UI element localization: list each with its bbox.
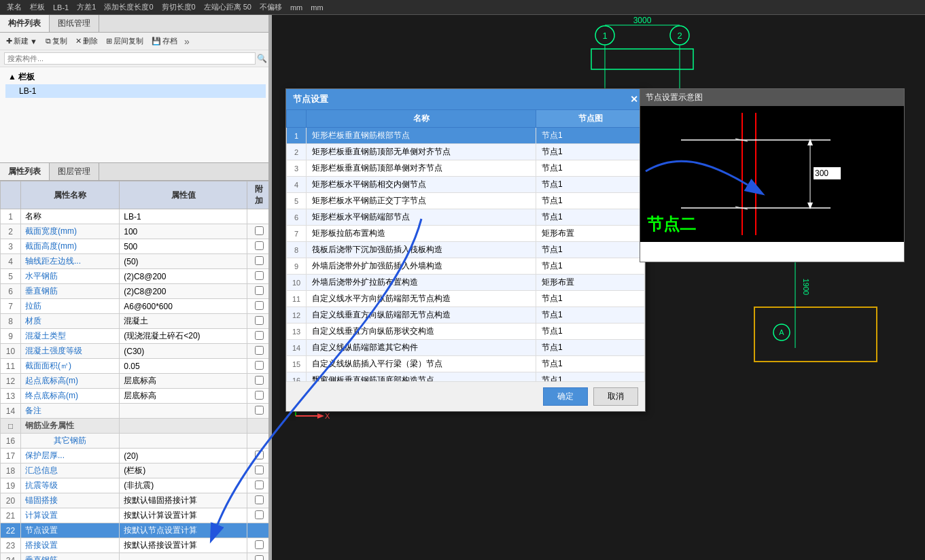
prop-row-value[interactable]: 按默认搭接设置计算 [120,538,247,553]
prop-row-checkbox[interactable] [247,478,271,493]
prop-row-name[interactable]: 垂直钢筋... [21,553,120,561]
tab-drawing-management[interactable]: 图纸管理 [50,15,99,32]
prop-row-name[interactable]: 水平钢筋 [21,269,120,284]
node-table-row[interactable]: 1矩形栏板垂直钢筋根部节点节点1 [287,128,645,144]
prop-row-name[interactable]: 材质 [21,314,120,329]
cancel-button[interactable]: 取消 [593,387,638,406]
new-button[interactable]: ✚ 新建 ▼ [3,35,41,48]
confirm-button[interactable]: 确定 [543,387,588,406]
prop-row-name[interactable]: 截面高度(mm) [21,239,120,254]
prop-row-checkbox[interactable] [247,224,271,239]
node-table-row[interactable]: 9外墙后浇带外扩加强筋插入外墙构造节点1 [287,258,645,275]
node-table-row[interactable]: 4矩形栏板水平钢筋相交内侧节点节点1 [287,177,645,193]
prop-row-name[interactable]: 汇总信息 [21,463,120,478]
prop-row-checkbox[interactable] [247,508,271,523]
prop-row-name[interactable]: 混凝土强度等级 [21,344,120,359]
prop-row-checkbox[interactable] [247,463,271,478]
prop-row-value[interactable]: (2)C8@200 [120,269,247,284]
prop-row-value[interactable]: 500 [120,239,247,254]
prop-row-checkbox[interactable] [247,523,271,538]
prop-row-value[interactable]: 0.05 [120,359,247,374]
prop-row-name[interactable]: 备注 [21,404,120,419]
copy-button[interactable]: ⧉ 复制 [42,35,71,48]
prop-row-checkbox[interactable] [247,553,271,561]
prop-row-value[interactable]: (20) [120,449,247,463]
floor-copy-button[interactable]: ⊞ 层间复制 [103,35,147,48]
prop-row-value[interactable] [120,434,247,449]
prop-row-name[interactable]: 终点底标高(m) [21,389,120,404]
prop-row-value[interactable]: (栏板) [120,463,247,478]
search-input[interactable] [4,52,256,65]
node-table-row[interactable]: 5矩形栏板水平钢筋正交丁字节点节点1 [287,193,645,209]
prop-row-name[interactable]: 抗震等级 [21,478,120,493]
more-button[interactable]: » [182,36,192,47]
node-table-row[interactable]: 15自定义线纵筋插入平行梁（梁）节点节点1 [287,356,645,372]
prop-row-name[interactable]: 轴线距左边线... [21,254,120,269]
node-table-row[interactable]: 14自定义线纵筋端部遮其它构件节点1 [287,340,645,356]
prop-row-checkbox[interactable] [247,389,271,404]
toolbar-item-type[interactable]: 栏板 [26,2,49,12]
prop-row-value[interactable] [120,553,247,561]
tree-child-lb1[interactable]: LB-1 [5,84,266,98]
prop-row-value[interactable] [120,419,247,434]
prop-row-value[interactable]: 按默认锚固搭接计算 [120,493,247,508]
toolbar-item-lb1[interactable]: LB-1 [49,3,73,12]
prop-row-name[interactable]: 垂直钢筋 [21,284,120,299]
prop-row-value[interactable]: 100 [120,224,247,239]
prop-row-checkbox[interactable] [247,404,271,419]
prop-row-value[interactable] [120,404,247,419]
prop-row-checkbox[interactable] [247,538,271,553]
prop-row-name[interactable]: 计算设置 [21,508,120,523]
prop-row-checkbox[interactable] [247,239,271,254]
dialog-close-button[interactable]: ✕ [630,94,638,105]
prop-row-name[interactable]: 拉筋 [21,299,120,314]
prop-row-name[interactable]: 混凝土类型 [21,329,120,344]
prop-row-checkbox[interactable] [247,374,271,389]
prop-row-checkbox[interactable] [247,493,271,508]
prop-row-value[interactable]: (50) [120,254,247,269]
prop-row-checkbox[interactable] [247,449,271,463]
prop-row-value[interactable]: 按默认计算设置计算 [120,508,247,523]
node-table-row[interactable]: 13自定义线垂直方向纵筋形状交构造节点1 [287,323,645,340]
prop-row-value[interactable]: (非抗震) [120,478,247,493]
prop-row-value[interactable]: 层底标高 [120,374,247,389]
tab-properties-list[interactable]: 属性列表 [0,163,50,180]
dialog-title-bar[interactable]: 节点设置 ✕ [286,89,645,109]
prop-row-name[interactable]: 保护层厚... [21,449,120,463]
panel-resize-handle[interactable] [268,15,271,560]
tab-component-list[interactable]: 构件列表 [0,15,50,32]
tab-layer-management[interactable]: 图层管理 [50,163,99,180]
node-table-row[interactable]: 12自定义线垂直方向纵筋端部无节点构造节点1 [287,307,645,323]
prop-row-value[interactable]: A6@600*600 [120,299,247,314]
prop-row-value[interactable]: (2)C8@200 [120,284,247,299]
prop-row-checkbox[interactable] [247,284,271,299]
prop-row-name[interactable]: 锚固搭接 [21,493,120,508]
toolbar-item-name[interactable]: 某名 [3,2,26,12]
prop-row-name[interactable]: 截面宽度(mm) [21,224,120,239]
node-table-row[interactable]: 11自定义线水平方向纵筋端部无节点构造节点1 [287,291,645,307]
toolbar-item-diff[interactable]: 方差1 [73,2,100,12]
prop-row-checkbox[interactable] [247,299,271,314]
node-table-row[interactable]: 8筏板后浇带下沉加强筋插入筏板构造节点1 [287,242,645,258]
prop-row-name[interactable]: 截面面积(㎡) [21,359,120,374]
save-button[interactable]: 💾 存档 [148,35,181,48]
node-table-row[interactable]: 2矩形栏板垂直钢筋顶部无单侧对齐节点节点1 [287,144,645,160]
tree-parent-lanban[interactable]: ▲ 栏板 [5,70,266,84]
prop-row-value[interactable]: 层底标高 [120,389,247,404]
prop-row-name[interactable]: 节点设置 [21,523,120,538]
node-table-row[interactable]: 16飘窗侧板垂直钢筋顶底部构造节点节点1 [287,372,645,382]
prop-row-value[interactable]: LB-1 [120,209,247,224]
prop-row-value[interactable]: 按默认节点设置计算 [120,523,247,538]
search-icon[interactable]: 🔍 [257,54,267,63]
prop-row-checkbox[interactable] [247,329,271,344]
node-table-row[interactable]: 6矩形栏板水平钢筋端部节点节点1 [287,209,645,226]
node-table-row[interactable]: 3矩形栏板垂直钢筋顶部单侧对齐节点节点1 [287,160,645,177]
prop-row-value[interactable]: (C30) [120,344,247,359]
delete-button[interactable]: ✕ 删除 [72,35,101,48]
prop-row-checkbox[interactable] [247,254,271,269]
node-table-row[interactable]: 10外墙后浇带外扩拉筋布置构造矩形布置 [287,275,645,291]
prop-row-checkbox[interactable] [247,269,271,284]
prop-row-checkbox[interactable] [247,314,271,329]
prop-row-checkbox[interactable] [247,344,271,359]
node-table-row[interactable]: 7矩形板拉筋布置构造矩形布置 [287,226,645,242]
